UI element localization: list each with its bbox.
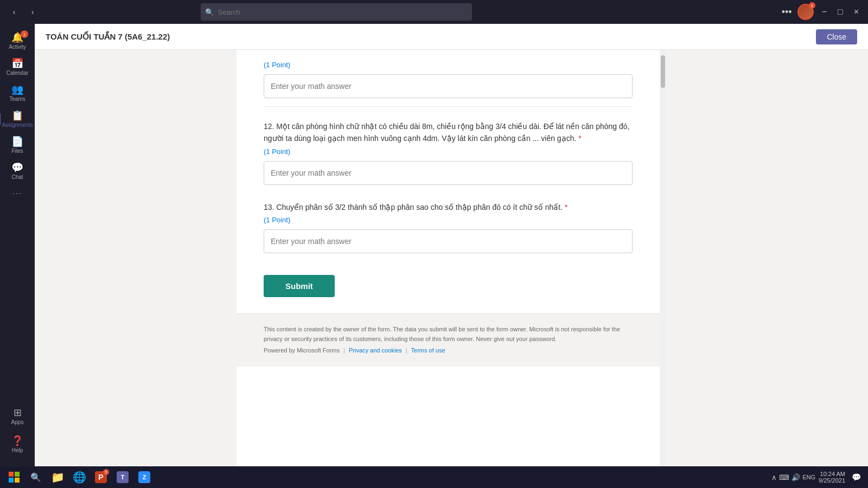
edge-icon: 🌐 [73, 471, 86, 484]
file-explorer-icon: 📁 [51, 471, 65, 484]
sep2: | [406, 347, 407, 354]
q12-body: Một căn phòng hình chữ nhật có chiều dài… [264, 122, 630, 143]
app-area: 🔔 Activity 1 📅 Calendar 👥 Teams 📋 Assign… [0, 24, 868, 466]
sidebar-item-more[interactable]: ··· [3, 184, 31, 202]
apps-icon: ⊞ [14, 408, 22, 418]
sidebar-item-label-activity: Activity [9, 44, 26, 50]
notification-icon: 💬 [852, 473, 861, 481]
sidebar-bottom: ⊞ Apps ❓ Help [3, 403, 31, 462]
q12-answer-input[interactable] [264, 161, 633, 185]
svg-rect-1 [15, 472, 20, 477]
sidebar-item-label-teams: Teams [9, 96, 25, 102]
page-title: TOÁN CUỐI TUẦN 7 (5A6_21.22) [46, 32, 170, 42]
svg-rect-2 [9, 478, 14, 483]
taskbar-search-icon: 🔍 [30, 472, 41, 483]
terms-of-use-link[interactable]: Terms of use [411, 347, 445, 354]
maximize-button[interactable]: □ [835, 7, 846, 17]
zoom-icon: Z [138, 471, 150, 483]
sidebar-item-teams[interactable]: 👥 Teams [3, 80, 31, 106]
q13-body: Chuyển phân số 3/2 thành số thập phân sa… [276, 203, 563, 211]
search-bar: 🔍 [201, 3, 472, 21]
sep1: | [343, 347, 345, 354]
submit-button[interactable]: Submit [264, 275, 335, 297]
sidebar-item-assignments[interactable]: 📋 Assignments [3, 106, 31, 132]
taskbar-clock[interactable]: 10:24 AM 9/25/2021 [819, 471, 845, 484]
search-icon: 🔍 [205, 8, 214, 16]
close-form-button[interactable]: Close [816, 29, 857, 44]
search-input[interactable] [201, 3, 472, 21]
scrollbar-track[interactable] [660, 50, 666, 466]
taskbar-teams[interactable]: T [113, 467, 132, 487]
scrollbar-thumb[interactable] [661, 55, 665, 88]
minimize-button[interactable]: − [819, 7, 829, 17]
keyboard-icon[interactable]: ⌨ [779, 473, 789, 481]
privacy-cookies-link[interactable]: Privacy and cookies [349, 347, 402, 354]
more-icon: ··· [12, 189, 22, 197]
q13-number: 13. [264, 203, 274, 211]
more-options-button[interactable]: ••• [782, 7, 792, 18]
q12-number: 12. [264, 122, 274, 131]
sidebar-item-label-chat: Chat [11, 174, 23, 180]
form-content: (1 Point) 12. Một căn phòng hình chữ nhậ… [237, 50, 660, 313]
form-wrapper: (1 Point) 12. Một căn phòng hình chữ nhậ… [237, 50, 660, 466]
window-close-button[interactable]: × [851, 7, 861, 17]
svg-rect-3 [15, 478, 20, 483]
top-bar-right: Close [816, 29, 857, 44]
question-13-text: 13. Chuyển phân số 3/2 thành số thập phâ… [264, 201, 633, 213]
taskbar-time-text: 10:24 AM [819, 471, 845, 477]
powerpoint-badge: 5 [103, 469, 109, 475]
sidebar: 🔔 Activity 1 📅 Calendar 👥 Teams 📋 Assign… [0, 24, 35, 466]
sidebar-item-label-calendar: Calendar [7, 70, 29, 76]
title-bar: ‹ › 🔍 ••• 1 − □ × [0, 0, 868, 24]
taskbar-edge[interactable]: 🌐 [69, 467, 89, 487]
q-top-point: (1 Point) [264, 61, 633, 69]
q12-point: (1 Point) [264, 147, 633, 156]
q13-point: (1 Point) [264, 216, 633, 224]
taskbar-start-button[interactable] [4, 467, 24, 487]
taskbar-powerpoint[interactable]: P 5 [91, 467, 111, 487]
main-content[interactable]: (1 Point) 12. Một căn phòng hình chữ nhậ… [35, 50, 868, 466]
teams-icon: 👥 [11, 85, 23, 94]
content-area: TOÁN CUỐI TUẦN 7 (5A6_21.22) Close (1 Po… [35, 24, 868, 466]
sidebar-item-apps[interactable]: ⊞ Apps [3, 403, 31, 429]
question-top-partial: (1 Point) [264, 61, 633, 107]
lang-label[interactable]: ENG [802, 474, 815, 480]
sidebar-item-help[interactable]: ❓ Help [3, 432, 31, 458]
title-bar-right: ••• 1 − □ × [782, 4, 861, 20]
submit-area: Submit [264, 269, 633, 297]
nav-back-button[interactable]: ‹ [7, 4, 22, 20]
sidebar-item-calendar[interactable]: 📅 Calendar [3, 54, 31, 80]
footer-links: Powered by Microsoft Forms | Privacy and… [264, 346, 633, 356]
sys-icons: ∧ ⌨ 🔊 ENG [771, 473, 815, 481]
sidebar-item-label-apps: Apps [11, 419, 24, 425]
chat-icon: 💬 [11, 163, 23, 172]
nav-forward-button[interactable]: › [25, 4, 40, 20]
speaker-icon[interactable]: 🔊 [792, 473, 800, 481]
sidebar-item-files[interactable]: 📄 Files [3, 132, 31, 158]
taskbar-file-explorer[interactable]: 📁 [48, 467, 67, 487]
sidebar-item-chat[interactable]: 💬 Chat [3, 158, 31, 184]
sidebar-item-label-assignments: Assignments [2, 122, 33, 128]
sidebar-item-activity[interactable]: 🔔 Activity 1 [3, 28, 31, 54]
sidebar-item-label-help: Help [12, 447, 23, 453]
svg-rect-0 [9, 472, 14, 477]
q13-answer-input[interactable] [264, 229, 633, 253]
top-bar: TOÁN CUỐI TUẦN 7 (5A6_21.22) Close [35, 24, 868, 50]
footer-powered: Powered by Microsoft Forms [264, 347, 340, 354]
taskbar-notification-button[interactable]: 💬 [848, 470, 864, 485]
question-12-block: 12. Một căn phòng hình chữ nhật có chiều… [264, 120, 633, 185]
teams-taskbar-icon: T [117, 471, 129, 483]
q-top-answer-input[interactable] [264, 74, 633, 98]
sidebar-item-label-files: Files [11, 148, 23, 154]
taskbar-search-button[interactable]: 🔍 [26, 467, 46, 487]
taskbar-zoom[interactable]: Z [135, 467, 154, 487]
files-icon: 📄 [11, 137, 23, 146]
q12-required: * [578, 134, 581, 143]
assignments-icon: 📋 [11, 111, 23, 120]
avatar-container: 1 [797, 4, 814, 20]
taskbar-date-text: 9/25/2021 [819, 477, 845, 484]
help-icon: ❓ [11, 436, 23, 446]
q13-required: * [565, 203, 567, 211]
question-13-block: 13. Chuyển phân số 3/2 thành số thập phâ… [264, 201, 633, 253]
chevron-up-icon[interactable]: ∧ [771, 473, 777, 481]
